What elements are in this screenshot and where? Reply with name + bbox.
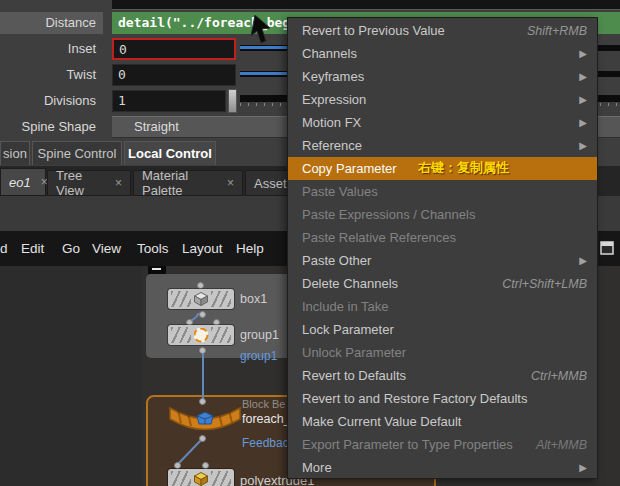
pane-icon[interactable] [600,241,614,255]
node-foreach-begin[interactable] [166,404,244,436]
menu-go[interactable]: Go [62,231,80,266]
metadata-icon [197,412,213,424]
twist-field[interactable]: 0 [112,64,236,86]
node-group1[interactable] [168,325,234,345]
menu-item-unlock-parameter: Unlock Parameter [288,341,597,364]
menu-partial[interactable]: d [0,231,8,266]
polyextrude-icon [194,472,209,486]
inset-field[interactable]: 0 [112,38,236,60]
divisions-label: Divisions [0,90,96,112]
houdini-window: Distance detail("../foreach_begin1_metad… [0,0,620,486]
box1-output-dot[interactable] [199,311,206,318]
pane-tab-material-palette[interactable]: Material Palette × [133,170,243,196]
polyextrude1-input-dot[interactable] [174,462,181,469]
parameter-context-menu: Revert to Previous Value Shift+RMB Chann… [287,17,598,479]
submenu-arrow-icon: ▶ [579,48,587,59]
menu-help[interactable]: Help [236,231,264,266]
twist-label: Twist [0,64,96,86]
divisions-slider-handle[interactable] [228,89,237,113]
submenu-arrow-icon: ▶ [579,117,587,128]
foreach-output-dot[interactable] [199,435,206,442]
close-icon[interactable]: × [227,176,234,190]
node-typelabel-foreach: Block Be [242,398,285,410]
menu-item-copy-parameter[interactable]: Copy Parameter 右键：复制属性 [288,157,597,180]
menu-item-channels[interactable]: Channels ▶ [288,42,597,65]
submenu-arrow-icon: ▶ [579,94,587,105]
close-icon[interactable]: × [115,176,122,190]
menu-edit[interactable]: Edit [21,231,44,266]
pane-tab-tree-view[interactable]: Tree View × [47,170,131,196]
node-label-box1: box1 [240,292,267,306]
submenu-arrow-icon: ▶ [579,255,587,266]
polyextrude1-input-dot2[interactable] [202,462,209,469]
menu-item-export-parameter-type-properties: Export Parameter to Type Properties Alt+… [288,433,597,456]
translation-tooltip: 右键：复制属性 [418,159,509,177]
divisions-field[interactable]: 1 [112,90,226,112]
menu-item-revert-to-defaults[interactable]: Revert to Defaults Ctrl+MMB [288,364,597,387]
mouse-cursor-icon [249,15,273,47]
partial-input-field[interactable] [112,0,620,10]
menu-item-lock-parameter[interactable]: Lock Parameter [288,318,597,341]
group1-output-dot[interactable] [199,347,206,354]
inset-label: Inset [0,38,96,60]
node-label-group1: group1 [240,328,279,342]
menu-item-delete-channels[interactable]: Delete Channels Ctrl+Shift+LMB [288,272,597,295]
menu-item-paste-other[interactable]: Paste Other ▶ [288,249,597,272]
tab-spine-control[interactable]: Spine Control [32,141,122,165]
menu-item-paste-values: Paste Values [288,180,597,203]
menu-layout[interactable]: Layout [182,231,223,266]
menu-item-paste-expressions-channels: Paste Expressions / Channels [288,203,597,226]
menu-item-paste-relative-references: Paste Relative References [288,226,597,249]
node-label-foreach: foreach_ [242,412,291,426]
menu-item-reference[interactable]: Reference ▶ [288,134,597,157]
node-polyextrude1[interactable] [168,469,234,486]
pane-tab-geo1[interactable]: eo1 × [0,168,46,196]
menu-item-make-current-value-default[interactable]: Make Current Value Default [288,410,597,433]
menu-tools[interactable]: Tools [137,231,169,266]
spine-shape-label: Spine Shape [0,116,96,138]
menu-item-keyframes[interactable]: Keyframes ▶ [288,65,597,88]
submenu-arrow-icon: ▶ [579,462,587,473]
node-sublabel-group1: group1 [240,349,277,363]
menu-item-motion-fx[interactable]: Motion FX ▶ [288,111,597,134]
menu-item-more[interactable]: More ▶ [288,456,597,479]
box1-input-dot[interactable] [197,282,204,289]
submenu-arrow-icon: ▶ [579,140,587,151]
menu-view[interactable]: View [92,231,121,266]
box-icon [194,292,209,307]
group-icon [194,328,209,343]
distance-label: Distance [0,12,96,34]
menu-item-revert-restore-factory-defaults[interactable]: Revert to and Restore Factory Defaults [288,387,597,410]
node-box1[interactable] [168,289,234,309]
menu-item-expression[interactable]: Expression ▶ [288,88,597,111]
tab-sion[interactable]: sion [0,141,30,165]
tab-local-control[interactable]: Local Control [124,141,216,165]
menu-item-revert-to-previous-value[interactable]: Revert to Previous Value Shift+RMB [288,19,597,42]
menu-item-include-in-take: Include in Take [288,295,597,318]
submenu-arrow-icon: ▶ [579,71,587,82]
